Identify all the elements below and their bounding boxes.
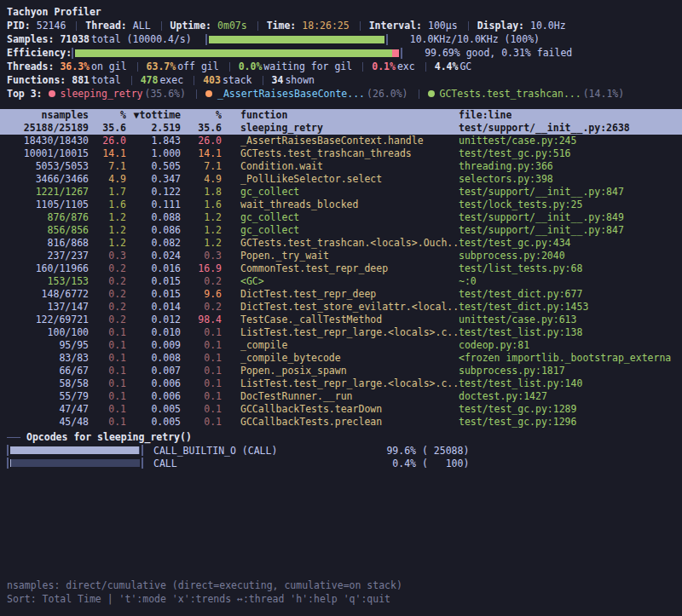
cell-pct-total: 0.1 [89,390,126,403]
table-row[interactable]: 66/670.10.0070.1Popen._posix_spawnsubpro… [0,365,682,377]
opcode-bar-track [10,446,140,454]
cell-function: Popen._try_wait [222,250,459,262]
footer-keybinds: Sort: Total Time | 't':mode 'x':trends ↔… [7,592,402,606]
separator [137,62,138,72]
table-row[interactable]: 55/790.10.0060.1DocTestRunner.__rundocte… [0,390,682,403]
thread-label: Thread: [85,20,126,32]
cell-pct-total: 0.1 [89,403,126,416]
cell-pct-cum: 0.1 [181,416,222,429]
table-row[interactable]: 1221/12671.70.1221.8gc_collecttest/suppo… [0,186,682,199]
table-row[interactable]: 122/697210.20.01298.4TestCase._callTestM… [0,314,682,326]
exc-label: exc [397,60,415,72]
top3-item-3-pct: (14.1%) [583,88,624,100]
header-function[interactable]: function [222,109,459,122]
opcode-bar [7,458,143,469]
cell-nsamples: 5053/5053 [0,160,89,173]
functions-shown-label: shown [285,74,315,86]
samples-bar-fill [209,36,384,43]
cell-nsamples: 153/153 [0,275,89,288]
cell-pct-cum: 1.2 [181,224,222,237]
top3-item-1-name: sleeping_retry [61,88,143,100]
cell-file-line: test/lock_tests.py:25 [459,199,582,211]
functions-stack-label: stack [223,74,252,86]
on-gil-label: on gil [91,60,127,72]
table-row[interactable]: 47/470.10.0050.1GCCallbackTests.tearDown… [0,403,682,416]
time-value: 18:26:25 [302,20,349,32]
top3-item-1-pct: (35.6%) [144,88,185,100]
cell-pct-total: 0.2 [89,262,126,275]
cell-tottime: 0.015 [126,288,181,301]
cell-pct-total: 1.2 [89,211,126,224]
cell-pct-cum: 0.1 [181,365,222,377]
cell-pct-cum: 1.2 [181,237,222,250]
pid-label: PID: [7,20,31,32]
gc-pct: 4.4% [435,60,459,72]
cell-file-line: test/test_gc.py:516 [459,147,571,160]
cell-tottime: 0.082 [126,237,181,250]
table-row[interactable]: 5053/50537.10.5057.1Condition.waitthread… [0,160,682,173]
table-row[interactable]: 83/830.10.0080.1_compile_bytecode<frozen… [0,352,682,365]
cell-pct-total: 0.1 [89,416,126,429]
cell-nsamples: 66/67 [0,365,89,377]
separator [161,21,162,31]
header-nsamples[interactable]: nsamples [0,109,89,122]
samples-count: 71038 [60,33,90,45]
table-row[interactable]: 58/580.10.0060.1ListTest.test_repr_large… [0,377,682,390]
cell-function: _PollLikeSelector.select [222,173,459,186]
separator [419,89,419,99]
cell-tottime: 0.086 [126,224,181,237]
separator [194,76,194,85]
thread-value[interactable]: ALL [133,20,151,32]
threads-line: Threads: 36.3% on gil 63.7% off gil 0.0%… [0,60,682,73]
cell-tottime: 0.005 [126,403,181,416]
spacer [0,101,682,109]
exc-pct: 0.1% [372,60,396,72]
header-pct-total[interactable]: % [89,109,126,122]
flame-icon [49,90,55,97]
footer-legend: nsamples: direct/cumulative (direct=exec… [7,579,402,592]
cell-function: _compile_bytecode [222,352,459,365]
header-tottime-sorted[interactable]: ▼tottime [126,109,181,122]
efficiency-good-fill [75,49,392,57]
cell-pct-total: 1.6 [89,199,126,211]
table-row[interactable]: 237/2370.30.0240.3Popen._try_waitsubproc… [0,250,682,262]
samples-bar-track [209,36,384,43]
table-row[interactable]: 100/1000.10.0100.1ListTest.test_repr_lar… [0,326,682,339]
cell-file-line: selectors.py:398 [459,173,553,186]
table-row[interactable]: 95/950.10.0090.1_compilecodeop.py:81 [0,339,682,352]
functions-stack: 403 [203,74,221,86]
cell-tottime: 0.024 [126,250,181,262]
separator [196,89,197,99]
header-pct-cum[interactable]: % [181,109,222,122]
cell-tottime: 0.005 [126,416,181,429]
table-row[interactable]: 25188/2518935.62.51935.6sleeping_retryte… [0,122,682,135]
cell-pct-cum: 14.1 [181,147,222,160]
table-row[interactable]: 153/1530.20.0150.2<GC>~:0 [0,275,682,288]
cell-nsamples: 83/83 [0,352,89,365]
table-row[interactable]: 876/8761.20.0881.2gc_collecttest/support… [0,211,682,224]
cell-pct-cum: 1.6 [181,199,222,211]
table-row[interactable]: 18430/1843026.01.84326.0_AssertRaisesBas… [0,135,682,147]
header-file-line[interactable]: file:line [459,109,512,122]
threads-label: Threads: [7,60,54,72]
table-row[interactable]: 10001/1001514.11.00014.1GCTests.test_tra… [0,147,682,160]
table-row[interactable]: 137/1470.20.0140.2DictTest.test_store_ev… [0,301,682,314]
cell-file-line: test/test_gc.py:1296 [459,416,576,429]
table-row[interactable]: 1105/11051.60.1111.6wait_threads_blocked… [0,199,682,211]
separator [425,62,426,72]
cell-file-line: <frozen importlib._bootstrap_externa [459,352,671,365]
cell-tottime: 2.519 [126,122,181,135]
app-title: Tachyon Profiler [7,6,101,18]
table-row[interactable]: 160/119660.20.01616.9CommonTest.test_rep… [0,262,682,275]
separator [362,62,363,72]
cell-pct-total: 0.1 [89,377,126,390]
cell-file-line: test/support/__init__.py:2638 [459,122,630,135]
table-row[interactable]: 856/8561.20.0861.2gc_collecttest/support… [0,224,682,237]
table-row[interactable]: 148/67720.20.0159.6DictTest.test_repr_de… [0,288,682,301]
table-row[interactable]: 3466/34664.90.3474.9_PollLikeSelector.se… [0,173,682,186]
top3-item-2-name: _AssertRaisesBaseConte... [217,88,365,100]
cell-tottime: 0.015 [126,275,181,288]
cell-function: DocTestRunner.__run [222,390,459,403]
table-row[interactable]: 45/480.10.0050.1GCCallbackTests.preclean… [0,416,682,429]
table-row[interactable]: 816/8681.20.0821.2GCTests.test_trashcan.… [0,237,682,250]
